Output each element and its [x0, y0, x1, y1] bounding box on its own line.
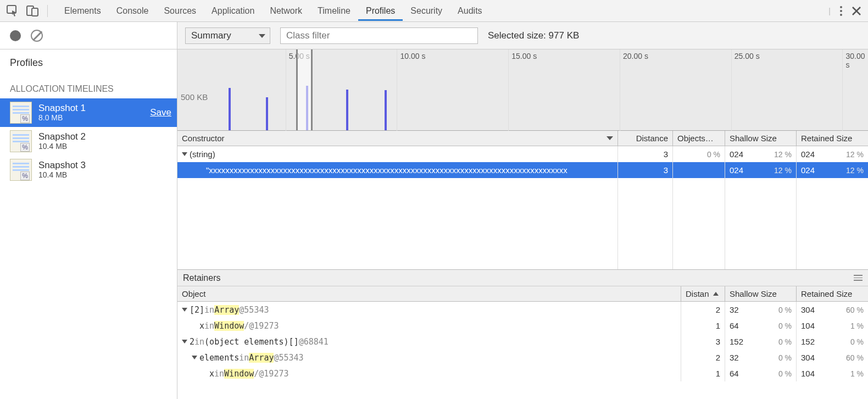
chevron-down-icon [259, 34, 265, 38]
timeline-tick: 15.00 s [511, 52, 537, 60]
table-row[interactable]: x in Window / @192731 640 % 1041 % [177, 318, 868, 334]
close-icon[interactable] [852, 6, 861, 16]
snapshot-item[interactable]: Snapshot 1 8.0 MB Save [0, 98, 177, 127]
expand-icon[interactable] [192, 356, 197, 359]
view-select[interactable]: Summary [185, 27, 270, 44]
class-filter-input[interactable] [280, 27, 478, 44]
record-button[interactable] [10, 30, 21, 41]
sort-asc-icon [713, 292, 719, 296]
col-shallow[interactable]: Shallow Size [725, 131, 797, 146]
svg-point-4 [840, 10, 842, 12]
profile-content: Summary Selected size: 977 KB 500 KB 5.0… [177, 22, 868, 399]
col-objects[interactable]: Objects… [673, 131, 725, 146]
retainers-grid-body: [2] in Array @553432 320 % 30460 %x in W… [177, 302, 868, 381]
table-row[interactable]: (string)3 0 % 02412 % 02412 % [177, 146, 868, 162]
snapshot-name: Snapshot 1 [38, 103, 150, 114]
timeline-ylabel: 500 KB [181, 92, 208, 102]
expand-icon[interactable] [182, 340, 187, 343]
device-toggle-icon[interactable] [26, 5, 38, 17]
selected-size-label: Selected size: 977 KB [488, 30, 579, 41]
table-row[interactable]: "xxxxxxxxxxxxxxxxxxxxxxxxxxxxxxxxxxxxxxx… [177, 162, 868, 178]
snapshot-size: 10.4 MB [38, 142, 171, 151]
devtools-tabbar: ElementsConsoleSourcesApplicationNetwork… [57, 1, 828, 21]
menu-icon[interactable] [854, 275, 863, 281]
timeline-tick: 30.00 s [845, 52, 868, 69]
tab-profiles[interactable]: Profiles [358, 1, 403, 21]
table-row[interactable]: elements in Array @553432 320 % 30460 % [177, 350, 868, 365]
table-row[interactable]: 2 in (object elements)[] @688413 1520 % … [177, 334, 868, 350]
col-constructor[interactable]: Constructor [177, 131, 618, 146]
tab-application[interactable]: Application [204, 1, 262, 21]
tab-sources[interactable]: Sources [156, 1, 204, 21]
snapshot-name: Snapshot 3 [38, 160, 171, 171]
table-row[interactable]: [2] in Array @553432 320 % 30460 % [177, 302, 868, 318]
allocation-bar [346, 90, 348, 130]
col-retained[interactable]: Retained Size [797, 286, 868, 301]
tab-elements[interactable]: Elements [57, 1, 109, 21]
col-object[interactable]: Object [177, 286, 681, 301]
snapshot-name: Snapshot 2 [38, 132, 171, 142]
timeline-tick: 10.00 s [400, 52, 425, 60]
svg-point-5 [840, 14, 842, 16]
constructor-grid-header: Constructor Distance Objects… Shallow Si… [177, 131, 868, 146]
more-icon[interactable] [839, 5, 843, 16]
timeline-selection[interactable] [296, 49, 313, 130]
snapshot-save-link[interactable]: Save [150, 107, 171, 118]
sidebar-subheading: ALLOCATION TIMELINES [0, 73, 177, 98]
col-retained[interactable]: Retained Size [797, 131, 868, 146]
allocation-bar [385, 90, 387, 130]
tab-console[interactable]: Console [109, 1, 157, 21]
retainers-header: Retainers [177, 270, 868, 286]
snapshot-item[interactable]: Snapshot 3 10.4 MB [0, 156, 177, 184]
retainers-title: Retainers [183, 273, 220, 283]
tab-timeline[interactable]: Timeline [310, 1, 358, 21]
tab-audits[interactable]: Audits [450, 1, 489, 21]
top-toolbar: ElementsConsoleSourcesApplicationNetwork… [0, 0, 868, 22]
clear-button[interactable] [31, 30, 43, 42]
timeline-tick: 25.00 s [735, 52, 760, 60]
allocation-bar [229, 88, 231, 130]
snapshot-icon [10, 102, 32, 124]
constructor-grid-body: (string)3 0 % 02412 % 02412 %"xxxxxxxxxx… [177, 146, 868, 270]
retainers-grid-header: Object Distan Shallow Size Retained Size [177, 286, 868, 302]
svg-rect-2 [32, 8, 38, 16]
profile-filter-bar: Summary Selected size: 977 KB [177, 22, 868, 49]
sidebar-heading: Profiles [0, 49, 177, 73]
tab-network[interactable]: Network [262, 1, 310, 21]
snapshot-icon [10, 130, 32, 152]
col-distance[interactable]: Distan [681, 286, 725, 301]
svg-point-3 [840, 6, 842, 8]
toolbar-right: | [828, 5, 861, 16]
inspect-element-icon[interactable] [7, 5, 19, 17]
inspect-controls [7, 5, 48, 17]
expand-icon[interactable] [182, 152, 187, 156]
snapshot-size: 10.4 MB [38, 170, 171, 179]
view-select-label: Summary [191, 30, 231, 41]
tab-security[interactable]: Security [403, 1, 450, 21]
snapshot-item[interactable]: Snapshot 2 10.4 MB [0, 127, 177, 156]
snapshot-icon [10, 159, 32, 181]
table-row[interactable]: x in Window / @192731 640 % 1041 % [177, 365, 868, 381]
expand-icon[interactable] [182, 308, 187, 312]
chevron-down-icon [607, 136, 613, 140]
allocation-bar [266, 97, 268, 130]
timeline-tick: 20.00 s [623, 52, 648, 60]
col-shallow[interactable]: Shallow Size [725, 286, 797, 301]
profiles-sidebar: Profiles ALLOCATION TIMELINES Snapshot 1… [0, 22, 177, 399]
allocation-timeline[interactable]: 500 KB 5.00 s10.00 s15.00 s20.00 s25.00 … [177, 49, 868, 131]
col-distance[interactable]: Distance [618, 131, 673, 146]
snapshot-size: 8.0 MB [38, 113, 150, 122]
